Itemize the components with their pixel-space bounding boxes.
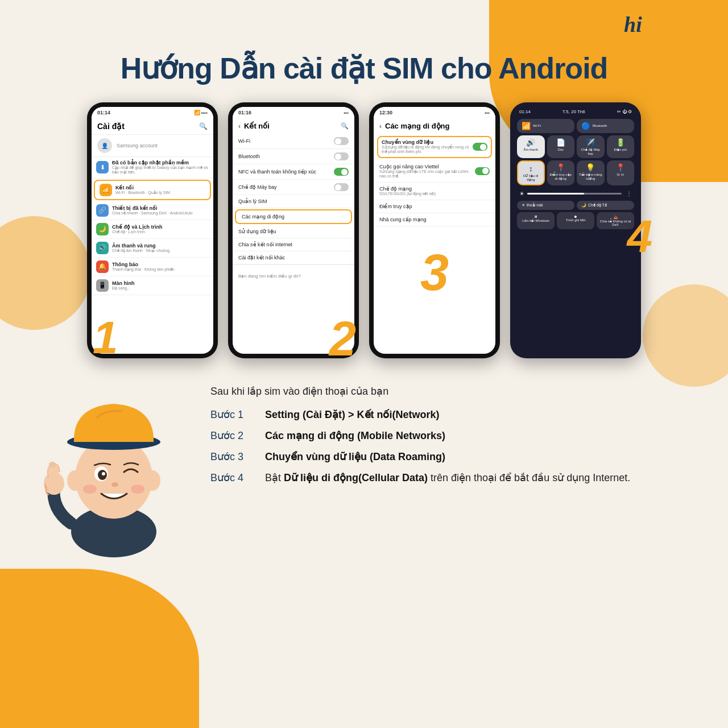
nfc-item[interactable]: NFC và thanh toán không tiếp xúc (233, 164, 354, 180)
am-thanh-texts: Âm thanh và rung Chế độ âm thanh · Nhạc … (112, 243, 169, 253)
time-2: 01:16 (238, 110, 251, 115)
data-roaming-box[interactable]: Chuyển vùng dữ liệu Sử dụng dữ liệu di đ… (377, 136, 492, 158)
back-arrow-icon[interactable]: ‹ (238, 122, 241, 130)
step-number-3: 3 (420, 244, 449, 301)
qs-hotspot-tile[interactable]: 📍 Điểm truy cập di động (547, 160, 575, 185)
access-point-label: Điểm truy cập (379, 204, 490, 209)
network-mode-item[interactable]: Chế độ mạng 5G/LTE/3G/2G (tự động kết nố… (374, 183, 495, 200)
doc-qs-label: Doc (557, 148, 564, 152)
airplane-qs-label: Chế độ Máy bay (579, 148, 602, 155)
qs-time: 01:14 (519, 109, 531, 114)
wifi-item[interactable]: Wi-Fi (233, 134, 354, 149)
update-sub: Cập nhật để giúp thiết bị Galaxy của bạn… (112, 166, 209, 175)
hotspot-item[interactable]: Chia sẻ kết nối internet (233, 238, 354, 251)
provider-label: Nhà cung cấp mạng (379, 217, 490, 222)
qs-header: 01:14 T.5, 20 Th6 ✏ ⏻ ⚙ (515, 107, 636, 117)
airplane-toggle[interactable] (334, 183, 349, 191)
step-2-label: Bước 2 (210, 428, 256, 444)
intro-text: Sau khi lắp sim vào điện thoại của bạn (210, 384, 694, 399)
svg-point-7 (144, 470, 160, 491)
more-icon[interactable]: ⋮ (626, 191, 632, 197)
qs-battery-save-tile[interactable]: 💡 Tiết kiệm năng lượng (577, 160, 605, 185)
bluetooth-toggle[interactable] (334, 152, 349, 160)
brightness-icon: ☀ (519, 191, 524, 197)
brightness-fill (527, 193, 584, 195)
svg-point-13 (131, 485, 144, 494)
night-mode-pill[interactable]: 🌙 Chế độ Tố (577, 201, 634, 210)
thong-bao-sub: Thanh trạng thái · Không làm phiền (112, 267, 175, 272)
qs-location-tile[interactable]: 📍 Vị trí (607, 160, 635, 185)
airplane-item[interactable]: Chế độ Máy bay (233, 180, 354, 195)
time-3: 12:30 (379, 110, 392, 115)
bottom-section: Sau khi lắp sim vào điện thoại của bạn B… (23, 373, 705, 560)
ket-noi-label: Kết nối (115, 185, 170, 191)
provider-item[interactable]: Nhà cung cấp mạng (374, 213, 495, 226)
access-point-item[interactable]: Điểm truy cập (374, 200, 495, 213)
search-icon-2[interactable]: 🔍 (341, 122, 349, 130)
phones-container: 01:14 📶 ▪▪▪▪ Cài đặt 🔍 👤 Sams (23, 102, 705, 358)
qs-bt-tile[interactable]: 🔵 Bluetooth (577, 119, 634, 133)
phone-4-frame: 01:14 T.5, 20 Th6 ✏ ⏻ ⚙ 📶 Wi-Fi 🔵 (510, 102, 641, 358)
data-roaming-toggle[interactable] (473, 143, 487, 151)
screen3-title: Các mạng di động (385, 122, 450, 130)
ket-noi-item[interactable]: 📶 Kết nối Wi-Fi · Bluetooth · Quản lý SI… (94, 180, 211, 200)
comfortable-mode-pill[interactable]: ☀ thoải mái (517, 201, 574, 210)
back-arrow-icon-3[interactable]: ‹ (379, 122, 382, 130)
step-2-desc: Các mạng di động (Mobile Networks) (265, 428, 445, 444)
step-4-desc: Bật Dữ liệu di động(Cellular Data) trên … (265, 470, 630, 486)
mobile-networks-item[interactable]: Các mạng di động (235, 209, 352, 224)
update-texts: Đã có bản cập nhật phần mềm Cập nhật để … (112, 160, 209, 175)
am-thanh-label: Âm thanh và rung (112, 243, 169, 249)
bluetooth-item[interactable]: Bluetooth (233, 149, 354, 164)
step-4-bold: Dữ liệu di động(Cellular Data) (284, 472, 428, 483)
qs-sound-tile[interactable]: 🔊 Âm thanh (517, 135, 545, 158)
am-thanh-item[interactable]: 🔊 Âm thanh và rung Chế độ âm thanh · Nhạ… (92, 239, 213, 258)
svg-point-15 (49, 462, 56, 468)
man-hinh-texts: Màn hình Độ sáng... (112, 280, 135, 291)
voiceover-toggle[interactable] (475, 167, 490, 175)
qs-doc-tile[interactable]: 📄 Doc (547, 135, 575, 158)
man-hinh-item[interactable]: 📱 Màn hình Độ sáng... (92, 276, 213, 295)
smart-tiles-grid: 🖥 Liên kết Windows ⏺ Trình ghi MH 📤 Chia… (517, 212, 634, 229)
qs-wifi-tile[interactable]: 📶 Wi-Fi (517, 119, 574, 133)
voiceover-item[interactable]: Cuộc gọi nâng cao Viettel Sử dụng mạng d… (374, 160, 495, 183)
thong-bao-texts: Thông báo Thanh trạng thái · Không làm p… (112, 262, 175, 272)
che-do-item[interactable]: 🌙 Chế độ và Lịch trình Chế độ · Lịch trì… (92, 220, 213, 239)
search-icon[interactable]: 🔍 (199, 122, 208, 130)
data-usage-item[interactable]: Sử dụng dữ liệu (233, 225, 354, 238)
instructions-area: Sau khi lắp sim vào điện thoại của bạn B… (210, 373, 694, 491)
status-icons-1: 📶 ▪▪▪▪ (194, 110, 208, 115)
brightness-bar[interactable] (527, 193, 622, 195)
svg-text:hi: hi (624, 13, 642, 36)
che-do-icon: 🌙 (96, 223, 109, 235)
airplane-qs-icon: ✈️ (586, 138, 595, 147)
thiet-bi-sub: Chia sẻ nhanh · Samsung DeX · Android Au… (112, 211, 193, 216)
smart-tile-windows[interactable]: 🖥 Liên kết Windows (517, 212, 555, 229)
battery-icon: ▪▪▪ (344, 110, 349, 115)
search-hint-label: Bạn đang tìm kiếm điều gì đó? (238, 274, 301, 279)
am-thanh-sub: Chế độ âm thanh · Nhạc chuông (112, 249, 169, 253)
wifi-qs-label: Wi-Fi (533, 124, 541, 128)
step-number-1: 1 (93, 312, 118, 364)
data-roaming-row: Chuyển vùng dữ liệu Sử dụng dữ liệu di đ… (382, 139, 487, 155)
thiet-bi-item[interactable]: 🔗 Thiết bị đã kết nối Chia sẻ nhanh · Sa… (92, 201, 213, 220)
smart-tile-record[interactable]: ⏺ Trình ghi MH (557, 212, 594, 229)
data-usage-label: Sử dụng dữ liệu (238, 229, 276, 234)
phone-3-wrapper: 12:30 ▪▪▪ ‹ Các mạng di động Chuyển v (369, 102, 500, 358)
qs-data-tile[interactable]: ↕️ Dữ liệu di động (517, 160, 545, 185)
status-bar-3: 12:30 ▪▪▪ (374, 107, 495, 118)
qs-battery-tile[interactable]: 🔋 Điện pin (607, 135, 635, 158)
battery-qs-label: Điện pin (614, 148, 627, 152)
wifi-toggle[interactable] (334, 137, 349, 145)
more-conn-item[interactable]: Cài đặt kết nối khác (233, 251, 354, 264)
thong-bao-item[interactable]: 🔔 Thông báo Thanh trạng thái · Không làm… (92, 258, 213, 276)
qs-airplane-tile[interactable]: ✈️ Chế độ Máy bay (577, 135, 605, 158)
nfc-toggle[interactable] (334, 168, 349, 176)
thiet-bi-icon: 🔗 (96, 204, 109, 217)
location-qs-label: Vị trí (617, 173, 624, 177)
sim-item[interactable]: Quản lý SIM (233, 195, 354, 208)
update-banner[interactable]: ⬇ Đã có bản cập nhật phần mềm Cập nhật đ… (92, 157, 213, 179)
bt-qs-label: Bluetooth (593, 124, 607, 128)
mobile-networks-label: Các mạng di động (242, 214, 284, 220)
voiceover-label: Cuộc gọi nâng cao Viettel (379, 164, 471, 169)
